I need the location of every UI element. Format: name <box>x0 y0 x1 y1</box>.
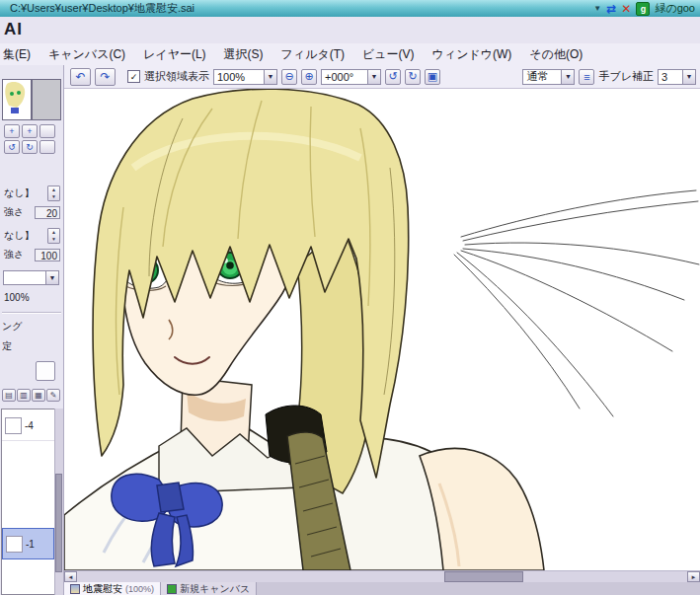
chevron-down-icon[interactable]: ▼ <box>46 270 59 285</box>
scroll-left-button[interactable]: ◄ <box>64 571 77 582</box>
chevron-down-icon[interactable]: ▼ <box>683 69 696 85</box>
brush-size-value[interactable] <box>3 270 46 285</box>
reset-view-button[interactable]: ▣ <box>425 69 440 85</box>
brush-edge-spinner[interactable]: ▲ ▼ <box>47 186 60 201</box>
undo-button[interactable]: ↶ <box>70 68 91 86</box>
rotation-combobox[interactable]: +000° ▼ <box>321 69 381 85</box>
hscroll-thumb[interactable] <box>444 571 523 582</box>
titlebar-controls: ▼ ⇄ ✕ g 緑のgoo <box>593 0 697 17</box>
menu-filter[interactable]: フィルタ(T) <box>272 44 353 65</box>
copy-layer-icon[interactable]: ▦ <box>32 389 45 402</box>
layer-thumbnail <box>6 536 23 553</box>
selection-visible-label: 選択領域表示 <box>144 69 209 84</box>
layer-list: -4 -1 <box>1 409 55 595</box>
new-layer-icon[interactable]: ▤ <box>2 389 16 402</box>
scroll-right-button[interactable]: ► <box>687 571 700 582</box>
brush-texture-spinner[interactable]: ▲ ▼ <box>47 228 60 244</box>
menu-layer[interactable]: レイヤー(L) <box>134 44 215 65</box>
canvas-tab-zoom: (100%) <box>125 584 154 594</box>
clipped-setting-label-1: ング <box>2 320 22 334</box>
opacity-value: 100% <box>4 292 30 303</box>
add-swatch-button-2[interactable]: + <box>22 124 38 138</box>
chevron-down-icon[interactable]: ▼ <box>562 69 575 85</box>
strength-value-2[interactable]: 100 <box>35 249 60 261</box>
layer-list-scroll-thumb[interactable] <box>55 474 62 572</box>
blend-mode-combobox[interactable]: 通常 ▼ <box>522 69 575 85</box>
scratchpad-thumbnail[interactable] <box>32 79 61 120</box>
stabilizer-label: 手ブレ補正 <box>598 69 654 84</box>
app-titlebar: AI <box>0 17 700 44</box>
blend-mode-value[interactable]: 通常 <box>522 69 562 85</box>
zoom-out-button[interactable]: ⊖ <box>281 69 297 85</box>
menu-selection[interactable]: 選択(S) <box>215 44 272 65</box>
drawing-canvas[interactable] <box>64 89 700 570</box>
layer-list-scrollbar[interactable] <box>54 409 63 595</box>
close-icon[interactable]: ✕ <box>621 3 631 15</box>
canvas-tab-label: 新規キャンバス <box>180 582 250 595</box>
selection-visible-checkbox[interactable]: ✓ <box>127 70 140 83</box>
navigator-preview-image <box>3 80 29 117</box>
strength-label-2: 強さ <box>4 248 24 261</box>
canvas-tab-current[interactable]: 地震慰安 (100%) <box>64 582 161 595</box>
layer-row-1-selected[interactable]: -1 <box>2 528 54 559</box>
goo-logo-icon[interactable]: g <box>636 2 650 16</box>
window-titlebar[interactable]: C:¥Users¥user¥Desktop¥地震慰安.sai ▼ ⇄ ✕ g 緑… <box>0 0 700 18</box>
new-folder-icon[interactable]: ▥ <box>17 389 31 402</box>
opacity-row: 100% <box>4 292 60 303</box>
layer-name: -1 <box>26 539 35 550</box>
canvas-column: ↶ ↷ ✓ 選択領域表示 100% ▼ ⊖ ⊕ +000° ▼ ↺ ↻ ▣ <box>64 65 700 595</box>
layer-command-bar: ▤ ▥ ▦ ✎ <box>2 389 60 402</box>
chevron-down-icon[interactable]: ▼ <box>368 69 381 85</box>
zoom-value[interactable]: 100% <box>213 69 265 85</box>
clipped-setting-row-1: ング <box>2 320 60 334</box>
toolbar-menu-button[interactable]: ≡ <box>579 69 594 85</box>
layer-row-4[interactable]: -4 <box>2 411 54 441</box>
layer-thumbnail <box>5 417 22 434</box>
zoom-combobox[interactable]: 100% ▼ <box>213 69 277 85</box>
chevron-down-icon[interactable]: ▼ <box>593 4 601 13</box>
clipped-setting-label-2: 定 <box>2 339 12 353</box>
chevron-down-icon[interactable]: ▼ <box>265 69 277 85</box>
brush-strength-row-2: 強さ 100 <box>4 248 60 261</box>
menu-edit[interactable]: 集(E) <box>0 44 39 65</box>
spin-up-icon[interactable]: ▲ <box>48 229 59 236</box>
texture-preview-button[interactable] <box>36 361 55 381</box>
panel-divider <box>2 312 61 313</box>
stabilizer-value[interactable]: 3 <box>658 69 683 85</box>
menu-window[interactable]: ウィンドウ(W) <box>424 44 521 65</box>
strength-value-1[interactable]: 20 <box>35 206 60 219</box>
menu-view[interactable]: ビュー(V) <box>353 44 424 65</box>
new-canvas-icon <box>167 584 177 594</box>
clear-layer-icon[interactable]: ✎ <box>46 389 60 402</box>
canvas-tab-new[interactable]: 新規キャンバス <box>161 582 257 595</box>
brush-strength-row-1: 強さ 20 <box>4 205 60 219</box>
redo-button[interactable]: ↷ <box>95 68 116 86</box>
rotate-cw-button[interactable]: ↻ <box>22 140 38 154</box>
brush-texture-label: なし】 <box>4 229 34 243</box>
spin-up-icon[interactable]: ▲ <box>48 186 59 193</box>
rotate-cw-button[interactable]: ↻ <box>405 69 421 85</box>
rotate-ccw-button[interactable]: ↺ <box>4 140 20 154</box>
strength-label-1: 強さ <box>4 205 24 219</box>
spin-down-icon[interactable]: ▼ <box>48 236 59 243</box>
swatch-slot-button[interactable] <box>39 124 55 138</box>
goo-toolbar-label[interactable]: 緑のgoo <box>655 1 695 16</box>
refresh-icon[interactable]: ⇄ <box>606 3 616 15</box>
window-title: C:¥Users¥user¥Desktop¥地震慰安.sai <box>10 1 194 16</box>
main-area: + + ↺ ↻ なし】 ▲ ▼ 強さ 20 なし】 <box>0 65 700 595</box>
clipped-setting-row-2: 定 <box>2 339 60 353</box>
menu-others[interactable]: その他(O) <box>520 44 591 65</box>
stabilizer-combobox[interactable]: 3 ▼ <box>658 69 696 85</box>
rotation-value[interactable]: +000° <box>321 69 368 85</box>
navigator-thumbnail[interactable] <box>2 79 32 120</box>
menu-canvas[interactable]: キャンバス(C) <box>39 44 134 65</box>
spin-down-icon[interactable]: ▼ <box>48 193 59 200</box>
add-swatch-button[interactable]: + <box>4 124 20 138</box>
rotate-ccw-button[interactable]: ↺ <box>385 69 401 85</box>
brush-size-dropdown[interactable]: ▼ <box>3 270 59 285</box>
color-tool-buttons: + + ↺ ↻ <box>4 124 55 154</box>
canvas-thumbnail-icon <box>70 584 80 594</box>
reset-view-button[interactable] <box>39 140 55 154</box>
zoom-in-button[interactable]: ⊕ <box>301 69 317 85</box>
canvas-hscrollbar[interactable]: ◄ ► <box>64 570 700 582</box>
